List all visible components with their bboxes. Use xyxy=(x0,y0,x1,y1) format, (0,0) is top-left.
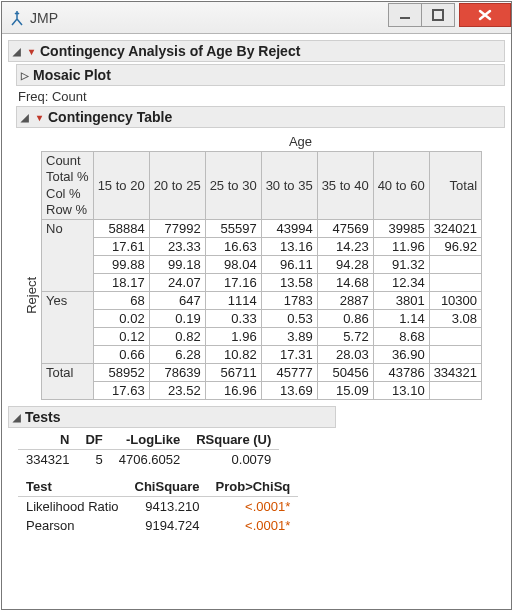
table-row: 18.1724.0717.1613.5814.6812.34 xyxy=(42,274,482,292)
table-header-row: Count Total % Col % Row % 15 to 20 20 to… xyxy=(42,152,482,220)
table-row: 0.666.2810.8217.3128.0336.90 xyxy=(42,346,482,364)
section-title: Contingency Analysis of Age By Reject xyxy=(40,43,300,59)
chisq-value: 9413.210 xyxy=(127,497,208,517)
col-header: DF xyxy=(77,430,110,450)
tests-chisq-table: Test ChiSquare Prob>ChiSq Likelihood Rat… xyxy=(18,477,298,535)
maximize-button[interactable] xyxy=(421,3,455,27)
table-row: 17.6123.3316.6313.1614.2311.9696.92 xyxy=(42,238,482,256)
table-row: 99.8899.1898.0496.1194.2891.32 xyxy=(42,256,482,274)
contingency-table-wrap: Age Reject Count Total % Col % Row % 15 … xyxy=(22,132,505,400)
minimize-button[interactable] xyxy=(388,3,422,27)
section-contingency-analysis[interactable]: ◢ ▾ Contingency Analysis of Age By Rejec… xyxy=(8,40,505,62)
table-row: 334321 5 4706.6052 0.0079 xyxy=(18,450,279,470)
table-row: Likelihood Ratio 9413.210 <.0001* xyxy=(18,497,298,517)
table-row: 0.020.190.330.530.861.143.08 xyxy=(42,310,482,328)
corner-cell: Count Total % Col % Row % xyxy=(42,152,94,220)
col-header: 35 to 40 xyxy=(317,152,373,220)
row-header: No xyxy=(42,220,94,292)
row-axis-label: Reject xyxy=(22,277,41,314)
col-header: Test xyxy=(18,477,127,497)
table-row: Total 5895278639567114577750456437863343… xyxy=(42,364,482,382)
section-contingency-table[interactable]: ◢ ▾ Contingency Table xyxy=(16,106,505,128)
section-title: Mosaic Plot xyxy=(33,67,111,83)
close-button[interactable] xyxy=(459,3,511,27)
tests-section: ◢ Tests N DF -LogLike RSquare (U) 334321… xyxy=(8,406,505,535)
col-axis-label: Age xyxy=(22,132,505,151)
col-header: -LogLike xyxy=(111,430,188,450)
hotspot-icon[interactable]: ▾ xyxy=(33,111,45,123)
col-header: N xyxy=(18,430,77,450)
content-area: ◢ ▾ Contingency Analysis of Age By Rejec… xyxy=(2,34,511,609)
table-row: Yes 68647111417832887380110300 xyxy=(42,292,482,310)
col-header: ChiSquare xyxy=(127,477,208,497)
svg-rect-1 xyxy=(433,10,443,20)
section-title: Contingency Table xyxy=(48,109,172,125)
table-row: 17.6323.5216.9613.6915.0913.10 xyxy=(42,382,482,400)
disclosure-icon[interactable]: ◢ xyxy=(11,411,23,423)
col-header: 30 to 35 xyxy=(261,152,317,220)
table-row: 0.120.821.963.895.728.68 xyxy=(42,328,482,346)
section-mosaic-plot[interactable]: ▷ Mosaic Plot xyxy=(16,64,505,86)
col-header: 20 to 25 xyxy=(149,152,205,220)
row-header: Total xyxy=(42,364,94,400)
app-window: JMP ◢ ▾ Contingency Analysis of Age By R… xyxy=(1,1,512,610)
col-header: RSquare (U) xyxy=(188,430,279,450)
contingency-table: Count Total % Col % Row % 15 to 20 20 to… xyxy=(41,151,482,400)
col-header: 40 to 60 xyxy=(373,152,429,220)
app-icon xyxy=(8,9,26,27)
p-value: <.0001* xyxy=(208,516,299,535)
col-header: Prob>ChiSq xyxy=(208,477,299,497)
col-header: 15 to 20 xyxy=(93,152,149,220)
p-value: <.0001* xyxy=(208,497,299,517)
table-row: No 588847799255597439944756939985324021 xyxy=(42,220,482,238)
row-header: Yes xyxy=(42,292,94,364)
col-header: 25 to 30 xyxy=(205,152,261,220)
hotspot-icon[interactable]: ▾ xyxy=(25,45,37,57)
disclosure-icon[interactable]: ◢ xyxy=(11,45,23,57)
section-title: Tests xyxy=(25,409,61,425)
chisq-value: 9194.724 xyxy=(127,516,208,535)
disclosure-icon[interactable]: ◢ xyxy=(19,111,31,123)
test-name: Pearson xyxy=(18,516,127,535)
tests-summary-table: N DF -LogLike RSquare (U) 334321 5 4706.… xyxy=(18,430,279,469)
section-tests[interactable]: ◢ Tests xyxy=(8,406,336,428)
test-name: Likelihood Ratio xyxy=(18,497,127,517)
app-title: JMP xyxy=(30,10,58,26)
freq-label: Freq: Count xyxy=(18,89,505,104)
titlebar[interactable]: JMP xyxy=(2,2,511,34)
svg-rect-0 xyxy=(400,17,410,19)
disclosure-icon[interactable]: ▷ xyxy=(19,69,31,81)
table-row: Pearson 9194.724 <.0001* xyxy=(18,516,298,535)
col-header: Total xyxy=(429,152,481,220)
